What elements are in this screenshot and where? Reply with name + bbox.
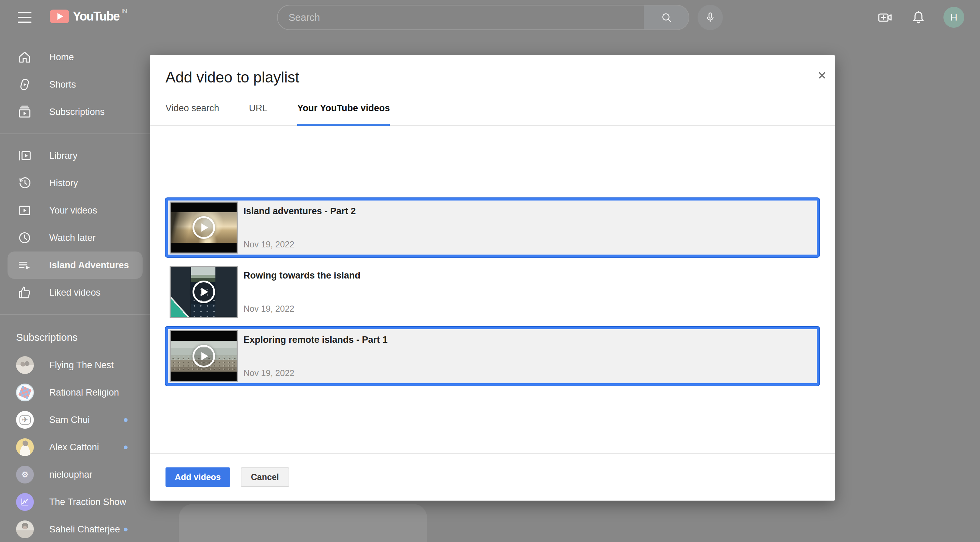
play-icon [192,281,215,303]
video-thumbnail [170,330,238,382]
play-icon [192,345,215,368]
video-row-exploring-remote-islands-part-1[interactable]: Exploring remote islands - Part 1Nov 19,… [165,327,819,386]
play-icon [192,216,215,239]
video-date: Nov 19, 2022 [243,239,817,249]
video-row-island-adventures-part-2[interactable]: Island adventures - Part 2Nov 19, 2022 [165,198,819,257]
video-date: Nov 19, 2022 [243,304,817,314]
video-thumbnail [170,266,238,318]
video-meta: Exploring remote islands - Part 1Nov 19,… [238,329,817,383]
dialog-title: Add video to playlist [150,55,835,86]
tab-url[interactable]: URL [249,96,267,125]
video-date: Nov 19, 2022 [243,368,817,378]
video-list: Island adventures - Part 2Nov 19, 2022Ro… [150,182,835,452]
dialog-tabs: Video searchURLYour YouTube videos [150,96,835,126]
cancel-button[interactable]: Cancel [241,467,289,487]
close-button[interactable] [814,67,830,83]
tab-your-youtube-videos[interactable]: Your YouTube videos [297,96,390,125]
video-row-rowing-towards-the-island[interactable]: Rowing towards the islandNov 19, 2022 [165,263,819,321]
video-meta: Rowing towards the islandNov 19, 2022 [238,265,817,319]
video-title: Island adventures - Part 2 [243,206,817,217]
close-icon [817,70,827,80]
video-title: Rowing towards the island [243,270,817,281]
tab-video-search[interactable]: Video search [165,96,219,125]
add-videos-button[interactable]: Add videos [165,467,230,487]
video-thumbnail [170,202,238,253]
video-meta: Island adventures - Part 2Nov 19, 2022 [238,201,817,255]
dialog-footer: Add videos Cancel [150,453,835,501]
video-title: Exploring remote islands - Part 1 [243,335,817,345]
add-video-to-playlist-dialog: Add video to playlist Video searchURLYou… [150,55,835,501]
